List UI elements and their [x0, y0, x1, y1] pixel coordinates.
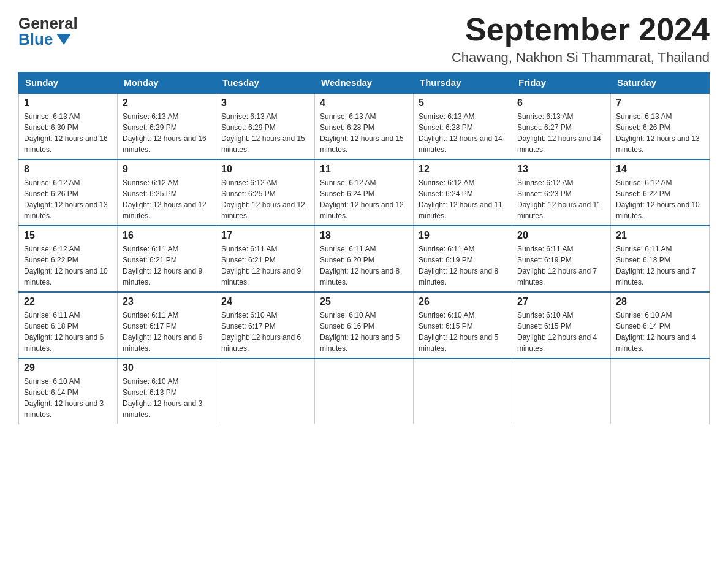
day-number: 6: [517, 98, 605, 109]
day-info: Sunrise: 6:12 AM Sunset: 6:24 PM Dayligh…: [320, 177, 408, 221]
calendar-body: 1 Sunrise: 6:13 AM Sunset: 6:30 PM Dayli…: [19, 93, 710, 424]
calendar-cell: 18 Sunrise: 6:11 AM Sunset: 6:20 PM Dayl…: [315, 226, 414, 292]
day-info: Sunrise: 6:12 AM Sunset: 6:23 PM Dayligh…: [517, 177, 605, 221]
day-info: Sunrise: 6:12 AM Sunset: 6:26 PM Dayligh…: [24, 177, 112, 221]
day-number: 18: [320, 230, 408, 241]
day-info: Sunrise: 6:11 AM Sunset: 6:17 PM Dayligh…: [123, 310, 211, 354]
logo: General Blue: [18, 15, 78, 47]
day-info: Sunrise: 6:10 AM Sunset: 6:13 PM Dayligh…: [123, 376, 211, 420]
day-number: 1: [24, 98, 112, 109]
calendar-cell: 15 Sunrise: 6:12 AM Sunset: 6:22 PM Dayl…: [19, 226, 118, 292]
month-title: September 2024: [452, 12, 710, 47]
day-info: Sunrise: 6:11 AM Sunset: 6:19 PM Dayligh…: [419, 243, 507, 288]
calendar-week-4: 22 Sunrise: 6:11 AM Sunset: 6:18 PM Dayl…: [19, 292, 710, 358]
day-number: 21: [616, 230, 704, 241]
title-area: September 2024 Chawang, Nakhon Si Thamma…: [452, 12, 710, 66]
day-info: Sunrise: 6:12 AM Sunset: 6:25 PM Dayligh…: [221, 177, 309, 221]
header-row: SundayMondayTuesdayWednesdayThursdayFrid…: [19, 72, 710, 94]
calendar-cell: 22 Sunrise: 6:11 AM Sunset: 6:18 PM Dayl…: [19, 292, 118, 358]
calendar-cell: 7 Sunrise: 6:13 AM Sunset: 6:26 PM Dayli…: [611, 93, 710, 159]
logo-triangle-icon: [56, 34, 71, 45]
day-number: 3: [221, 98, 309, 109]
day-number: 15: [24, 230, 112, 241]
calendar-cell: 8 Sunrise: 6:12 AM Sunset: 6:26 PM Dayli…: [19, 159, 118, 226]
logo-general-text: General: [18, 15, 78, 31]
calendar-cell: 16 Sunrise: 6:11 AM Sunset: 6:21 PM Dayl…: [118, 226, 216, 292]
calendar-week-1: 1 Sunrise: 6:13 AM Sunset: 6:30 PM Dayli…: [19, 93, 710, 159]
day-info: Sunrise: 6:10 AM Sunset: 6:15 PM Dayligh…: [419, 310, 507, 354]
calendar-cell: 20 Sunrise: 6:11 AM Sunset: 6:19 PM Dayl…: [512, 226, 611, 292]
day-number: 22: [24, 296, 112, 307]
day-number: 8: [24, 164, 112, 175]
calendar-cell: 11 Sunrise: 6:12 AM Sunset: 6:24 PM Dayl…: [315, 159, 414, 226]
calendar-cell: 27 Sunrise: 6:10 AM Sunset: 6:15 PM Dayl…: [512, 292, 611, 358]
calendar-cell: 25 Sunrise: 6:10 AM Sunset: 6:16 PM Dayl…: [315, 292, 414, 358]
calendar-cell: 24 Sunrise: 6:10 AM Sunset: 6:17 PM Dayl…: [216, 292, 315, 358]
day-info: Sunrise: 6:11 AM Sunset: 6:18 PM Dayligh…: [616, 243, 704, 288]
day-info: Sunrise: 6:13 AM Sunset: 6:28 PM Dayligh…: [320, 111, 408, 155]
calendar-cell: [216, 358, 315, 424]
day-info: Sunrise: 6:13 AM Sunset: 6:26 PM Dayligh…: [616, 111, 704, 155]
day-number: 19: [419, 230, 507, 241]
calendar-cell: [611, 358, 710, 424]
calendar-cell: 6 Sunrise: 6:13 AM Sunset: 6:27 PM Dayli…: [512, 93, 611, 159]
day-number: 4: [320, 98, 408, 109]
day-number: 16: [123, 230, 211, 241]
calendar-cell: 13 Sunrise: 6:12 AM Sunset: 6:23 PM Dayl…: [512, 159, 611, 226]
day-number: 20: [517, 230, 605, 241]
day-number: 24: [221, 296, 309, 307]
day-number: 14: [616, 164, 704, 175]
day-info: Sunrise: 6:12 AM Sunset: 6:25 PM Dayligh…: [123, 177, 211, 221]
location-title: Chawang, Nakhon Si Thammarat, Thailand: [452, 50, 710, 66]
day-number: 9: [123, 164, 211, 175]
calendar-cell: 9 Sunrise: 6:12 AM Sunset: 6:25 PM Dayli…: [118, 159, 216, 226]
day-number: 23: [123, 296, 211, 307]
day-info: Sunrise: 6:13 AM Sunset: 6:29 PM Dayligh…: [123, 111, 211, 155]
day-number: 2: [123, 98, 211, 109]
day-info: Sunrise: 6:13 AM Sunset: 6:29 PM Dayligh…: [221, 111, 309, 155]
calendar-header: SundayMondayTuesdayWednesdayThursdayFrid…: [19, 72, 710, 94]
day-number: 10: [221, 164, 309, 175]
calendar-week-3: 15 Sunrise: 6:12 AM Sunset: 6:22 PM Dayl…: [19, 226, 710, 292]
day-number: 11: [320, 164, 408, 175]
day-info: Sunrise: 6:11 AM Sunset: 6:19 PM Dayligh…: [517, 243, 605, 288]
day-number: 17: [221, 230, 309, 241]
day-info: Sunrise: 6:10 AM Sunset: 6:14 PM Dayligh…: [616, 310, 704, 354]
day-info: Sunrise: 6:10 AM Sunset: 6:15 PM Dayligh…: [517, 310, 605, 354]
header-friday: Friday: [512, 72, 611, 94]
header-tuesday: Tuesday: [216, 72, 315, 94]
calendar-cell: 26 Sunrise: 6:10 AM Sunset: 6:15 PM Dayl…: [414, 292, 512, 358]
day-number: 13: [517, 164, 605, 175]
logo-blue-text: Blue: [18, 31, 71, 47]
header-monday: Monday: [118, 72, 216, 94]
calendar-cell: 21 Sunrise: 6:11 AM Sunset: 6:18 PM Dayl…: [611, 226, 710, 292]
day-number: 30: [123, 362, 211, 373]
calendar-cell: 5 Sunrise: 6:13 AM Sunset: 6:28 PM Dayli…: [414, 93, 512, 159]
day-number: 7: [616, 98, 704, 109]
header-wednesday: Wednesday: [315, 72, 414, 94]
day-info: Sunrise: 6:12 AM Sunset: 6:24 PM Dayligh…: [419, 177, 507, 221]
calendar-cell: [414, 358, 512, 424]
calendar-cell: 30 Sunrise: 6:10 AM Sunset: 6:13 PM Dayl…: [118, 358, 216, 424]
day-number: 26: [419, 296, 507, 307]
day-number: 28: [616, 296, 704, 307]
calendar-cell: [315, 358, 414, 424]
calendar-cell: 1 Sunrise: 6:13 AM Sunset: 6:30 PM Dayli…: [19, 93, 118, 159]
calendar-cell: 28 Sunrise: 6:10 AM Sunset: 6:14 PM Dayl…: [611, 292, 710, 358]
calendar-week-5: 29 Sunrise: 6:10 AM Sunset: 6:14 PM Dayl…: [19, 358, 710, 424]
header-thursday: Thursday: [414, 72, 512, 94]
calendar-cell: 10 Sunrise: 6:12 AM Sunset: 6:25 PM Dayl…: [216, 159, 315, 226]
calendar-table: SundayMondayTuesdayWednesdayThursdayFrid…: [18, 72, 710, 424]
header-sunday: Sunday: [19, 72, 118, 94]
day-info: Sunrise: 6:12 AM Sunset: 6:22 PM Dayligh…: [24, 243, 112, 288]
day-info: Sunrise: 6:13 AM Sunset: 6:27 PM Dayligh…: [517, 111, 605, 155]
calendar-cell: [512, 358, 611, 424]
day-number: 12: [419, 164, 507, 175]
day-info: Sunrise: 6:11 AM Sunset: 6:21 PM Dayligh…: [221, 243, 309, 288]
day-number: 5: [419, 98, 507, 109]
calendar-week-2: 8 Sunrise: 6:12 AM Sunset: 6:26 PM Dayli…: [19, 159, 710, 226]
day-number: 29: [24, 362, 112, 373]
calendar-cell: 19 Sunrise: 6:11 AM Sunset: 6:19 PM Dayl…: [414, 226, 512, 292]
header-saturday: Saturday: [611, 72, 710, 94]
calendar-cell: 23 Sunrise: 6:11 AM Sunset: 6:17 PM Dayl…: [118, 292, 216, 358]
